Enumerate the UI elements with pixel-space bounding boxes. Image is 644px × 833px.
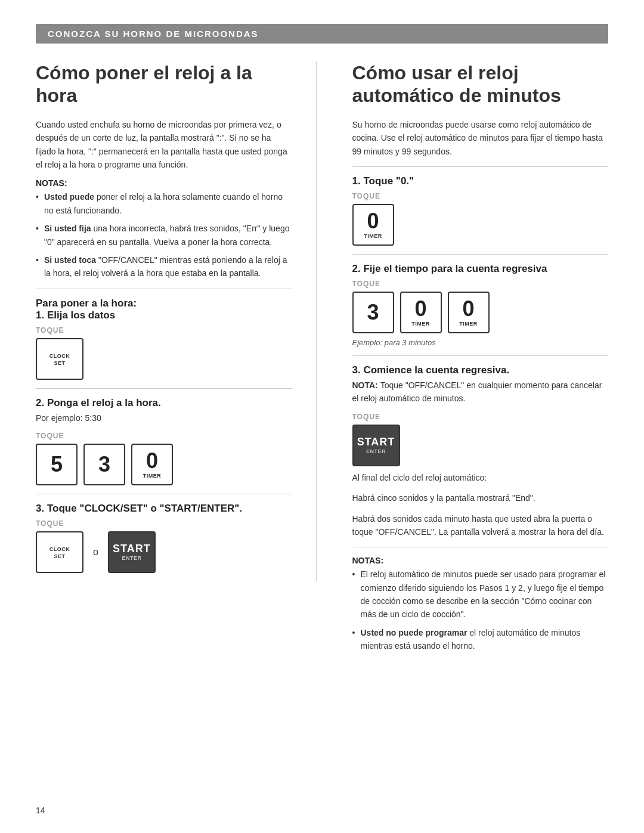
key-5[interactable]: 5 <box>36 444 78 485</box>
right-key-0-timer2[interactable]: 0 TIMER <box>448 292 490 333</box>
right-key0-digit: 0 <box>367 210 379 232</box>
after-step3-1: Al final del ciclo del reloj automático: <box>352 471 609 484</box>
step3-key-group: CLOCK SET o START ENTER <box>36 531 292 573</box>
start-enter-key-right[interactable]: START ENTER <box>352 425 400 466</box>
right-key-0-timer1[interactable]: 0 TIMER <box>400 292 442 333</box>
clock-key-line2: SET <box>54 553 65 559</box>
right-step2-key-group: 3 0 TIMER 0 TIMER <box>352 292 609 333</box>
left-section-title: Cómo poner el reloj a la hora <box>36 61 292 107</box>
toque-label-3: TOQUE <box>36 519 292 528</box>
page: CONOZCA SU HORNO DE MICROONDAS Cómo pone… <box>0 0 644 833</box>
right-toque-1: TOQUE <box>352 192 609 200</box>
after-step3-2: Habrá cinco sonidos y la pantalla mostra… <box>352 491 609 504</box>
notas-label-right: NOTAS: <box>352 556 609 565</box>
right-step2-heading: 2. Fije el tiempo para la cuenta regresi… <box>352 263 609 275</box>
right-section-title: Cómo usar el reloj automático de minutos <box>352 61 609 107</box>
clock-set-key-2[interactable]: CLOCK SET <box>36 531 83 573</box>
left-step2: 2. Ponga el reloj a la hora. Por ejemplo… <box>36 388 292 485</box>
toque-label-2: TOQUE <box>36 432 292 440</box>
start-enter-key-left[interactable]: START ENTER <box>108 531 156 573</box>
right-step2-example: Ejemplo: para 3 minutos <box>352 338 609 347</box>
step1-key-group: CLOCK SET <box>36 338 292 380</box>
right-key0-sub: TIMER <box>364 233 382 239</box>
clock-set-line1: CLOCK <box>49 353 70 359</box>
left-step1: Para poner a la hora: 1. Elija los datos… <box>36 289 292 380</box>
header-title: CONOZCA SU HORNO DE MICROONDAS <box>48 29 259 39</box>
toque-label-1: TOQUE <box>36 326 292 335</box>
o-text: o <box>93 547 98 558</box>
clock-set-key-1[interactable]: CLOCK SET <box>36 338 83 380</box>
right-step3-heading: 3. Comience la cuenta regresiva. <box>352 364 609 376</box>
left-step3: 3. Toque "CLOCK/SET" o "START/ENTER". TO… <box>36 494 292 573</box>
notas-label-left: NOTAS: <box>36 178 292 188</box>
right-intro: Su horno de microondas puede usarse como… <box>352 118 609 158</box>
key-3[interactable]: 3 <box>83 444 125 485</box>
right-step3-nota: NOTA: Toque "OFF/CANCEL" en cualquier mo… <box>352 379 609 405</box>
left-bullets: Usted puede poner el reloj a la hora sol… <box>36 190 292 280</box>
right-toque-3: TOQUE <box>352 413 609 421</box>
left-step1-heading: Para poner a la hora: 1. Elija los datos <box>36 298 292 321</box>
right-step1: 1. Toque "0." TOQUE 0 TIMER <box>352 166 609 246</box>
right-step1-key-group: 0 TIMER <box>352 204 609 246</box>
right-step1-heading: 1. Toque "0." <box>352 175 609 187</box>
right-step3: 3. Comience la cuenta regresiva. NOTA: T… <box>352 355 609 538</box>
right-bullets: El reloj automático de minutos puede ser… <box>352 568 609 652</box>
right-notas-section: NOTAS: El reloj automático de minutos pu… <box>352 547 609 652</box>
enter-label: ENTER <box>122 555 141 561</box>
left-column: Cómo poner el reloj a la hora Cuando ust… <box>36 61 317 581</box>
right-step2: 2. Fije el tiempo para la cuenta regresi… <box>352 254 609 347</box>
step2-key-group: 5 3 0 TIMER <box>36 444 292 485</box>
after-step3-3: Habrá dos sonidos cada minuto hasta que … <box>352 512 609 539</box>
start-label-right: START <box>357 436 395 447</box>
left-intro: Cuando usted enchufa su horno de microon… <box>36 118 292 172</box>
start-label: START <box>113 543 151 554</box>
left-step2-example: Por ejemplo: 5:30 <box>36 411 292 425</box>
right-key-0[interactable]: 0 TIMER <box>352 204 394 246</box>
left-step3-heading: 3. Toque "CLOCK/SET" o "START/ENTER". <box>36 503 292 515</box>
two-column-layout: Cómo poner el reloj a la hora Cuando ust… <box>36 61 608 661</box>
page-number: 14 <box>36 806 45 815</box>
bullet-3: Si usted toca "OFF/CANCEL" mientras está… <box>36 253 292 280</box>
right-bullet-2: Usted no puede programar el reloj automá… <box>352 626 609 653</box>
header-bar: CONOZCA SU HORNO DE MICROONDAS <box>36 24 608 44</box>
clock-key-line1: CLOCK <box>49 546 70 552</box>
right-bullet-1: El reloj automático de minutos puede ser… <box>352 568 609 621</box>
right-step3-key-group: START ENTER <box>352 425 609 466</box>
right-key-3[interactable]: 3 <box>352 292 394 333</box>
bullet-2: Si usted fija una hora incorrecta, habrá… <box>36 222 292 249</box>
key-0-timer[interactable]: 0 TIMER <box>131 444 173 485</box>
right-toque-2: TOQUE <box>352 280 609 288</box>
right-column: Cómo usar el reloj automático de minutos… <box>346 61 609 661</box>
clock-set-line2: SET <box>54 360 65 366</box>
bullet-1: Usted puede poner el reloj a la hora sol… <box>36 190 292 217</box>
left-step2-heading: 2. Ponga el reloj a la hora. <box>36 397 292 409</box>
enter-label-right: ENTER <box>366 448 386 454</box>
